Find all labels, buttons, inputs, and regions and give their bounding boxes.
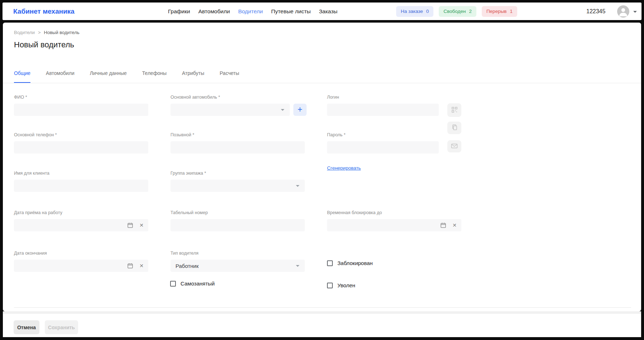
- copy-icon: [451, 124, 458, 132]
- calendar-icon[interactable]: [440, 222, 446, 228]
- status-badges: На заказе 0 Свободен 2 Перерыв 1: [396, 3, 517, 20]
- crew-group-label: Группа экипажа *: [170, 171, 305, 176]
- send-mail-button[interactable]: [447, 140, 461, 152]
- checkbox-icon: [327, 260, 333, 266]
- page-title: Новый водитель: [14, 40, 74, 49]
- tabs-divider: [3, 83, 641, 83]
- badge-on-order-label: На заказе: [401, 9, 423, 14]
- end-date-label: Дата окончания: [14, 251, 148, 256]
- qr-code-icon: [451, 107, 458, 114]
- driver-type-label: Тип водителя: [170, 251, 305, 256]
- nav-item-cars[interactable]: Автомобили: [198, 8, 230, 15]
- clear-icon[interactable]: ✕: [139, 263, 144, 268]
- driver-type-select[interactable]: Работник: [170, 260, 305, 272]
- tab-calculations[interactable]: Расчеты: [220, 70, 239, 83]
- crew-group-select[interactable]: [170, 180, 305, 192]
- field-crew-group: Группа экипажа *: [170, 171, 305, 192]
- tab-phones[interactable]: Телефоны: [142, 70, 167, 83]
- chevron-down-icon: [296, 265, 299, 267]
- tab-attributes[interactable]: Атрибуты: [182, 70, 204, 83]
- field-password: Пароль *: [327, 132, 439, 154]
- badge-on-order-count: 0: [426, 9, 429, 14]
- personnel-number-label: Табельный номер: [170, 210, 305, 215]
- chevron-down-icon[interactable]: [633, 11, 637, 13]
- tab-cars[interactable]: Автомобили: [46, 70, 75, 83]
- mail-icon: [451, 143, 458, 150]
- app-header: Кабинет механика Графики Автомобили Води…: [3, 3, 641, 20]
- content-card: Водители > Новый водитель Новый водитель…: [3, 23, 641, 311]
- callsign-label: Позывной *: [170, 132, 305, 137]
- checkbox-fired[interactable]: Уволен: [327, 282, 355, 288]
- field-callsign: Позывной *: [170, 132, 305, 154]
- login-input[interactable]: [327, 104, 439, 116]
- cancel-button[interactable]: Отмена: [14, 320, 39, 334]
- checkbox-fired-label: Уволен: [337, 282, 355, 288]
- main-phone-input[interactable]: [14, 141, 148, 154]
- nav-item-graphics[interactable]: Графики: [168, 8, 190, 15]
- app-title: Кабинет механика: [13, 8, 75, 15]
- field-fio: ФИО *: [14, 95, 148, 116]
- nav-item-waybills[interactable]: Путевые листы: [271, 8, 311, 15]
- client-name-input[interactable]: [14, 180, 148, 192]
- personnel-number-input[interactable]: [170, 219, 305, 231]
- password-input[interactable]: [327, 141, 439, 154]
- login-label: Логин: [327, 95, 439, 100]
- main-phone-label: Основной телефон *: [14, 132, 148, 137]
- temp-block-label: Временная блокировка до: [327, 210, 461, 215]
- generate-password-link[interactable]: Сгенерировать: [327, 165, 361, 171]
- checkbox-self-employed[interactable]: Самозанятый: [170, 280, 215, 287]
- badge-break-count: 1: [510, 9, 513, 14]
- checkbox-self-employed-label: Самозанятый: [181, 280, 215, 287]
- avatar[interactable]: [617, 5, 629, 18]
- qr-code-button[interactable]: [447, 103, 461, 117]
- hire-date-label: Дата приёма на работу: [14, 210, 148, 215]
- footer-gap: [3, 311, 641, 314]
- client-name-label: Имя для клиента: [14, 171, 148, 176]
- badge-free-count: 2: [469, 9, 472, 14]
- field-driver-type: Тип водителя Работник: [170, 251, 305, 272]
- user-id: 122345: [586, 8, 605, 15]
- fio-input[interactable]: [14, 104, 148, 116]
- chevron-down-icon: [281, 109, 284, 111]
- badge-on-order[interactable]: На заказе 0: [396, 6, 433, 17]
- breadcrumb-current: Новый водитель: [44, 30, 80, 35]
- save-button[interactable]: Сохранить: [45, 320, 78, 334]
- badge-break[interactable]: Перерыв 1: [482, 6, 517, 17]
- main-nav: Графики Автомобили Водители Путевые лист…: [168, 3, 337, 20]
- field-client-name: Имя для клиента: [14, 171, 148, 192]
- breadcrumb: Водители > Новый водитель: [14, 30, 80, 35]
- field-hire-date: Дата приёма на работу ✕: [14, 210, 148, 231]
- password-label: Пароль *: [327, 132, 439, 137]
- nav-item-orders[interactable]: Заказы: [319, 8, 337, 15]
- calendar-icon[interactable]: [127, 263, 133, 269]
- field-main-car: Основной автомобиль * +: [170, 95, 307, 116]
- add-car-button[interactable]: +: [293, 104, 307, 116]
- field-main-phone: Основной телефон *: [14, 132, 148, 154]
- plus-icon: +: [298, 105, 302, 114]
- chevron-down-icon: [296, 185, 299, 187]
- field-personnel-number: Табельный номер: [170, 210, 305, 231]
- main-car-select[interactable]: [170, 104, 290, 116]
- bottom-divider: [14, 307, 631, 308]
- checkbox-icon: [170, 281, 176, 287]
- tab-general[interactable]: Общие: [14, 70, 30, 83]
- breadcrumb-separator: >: [38, 30, 41, 35]
- copy-button[interactable]: [447, 122, 461, 134]
- badge-free-label: Свободен: [443, 9, 466, 14]
- checkbox-blocked[interactable]: Заблокирован: [327, 260, 373, 266]
- tab-personal-data[interactable]: Личные данные: [90, 70, 127, 83]
- field-login: Логин: [327, 95, 439, 116]
- nav-item-drivers[interactable]: Водители: [238, 8, 263, 15]
- user-icon: [617, 5, 629, 18]
- breadcrumb-drivers-link[interactable]: Водители: [14, 30, 35, 35]
- field-temp-block: Временная блокировка до ✕: [327, 210, 461, 231]
- checkbox-icon: [327, 283, 333, 288]
- footer-bar: Отмена Сохранить: [3, 314, 641, 337]
- checkbox-blocked-label: Заблокирован: [337, 260, 373, 266]
- clear-icon[interactable]: ✕: [452, 223, 457, 228]
- callsign-input[interactable]: [170, 141, 305, 154]
- badge-break-label: Перерыв: [486, 9, 507, 14]
- badge-free[interactable]: Свободен 2: [439, 6, 476, 17]
- clear-icon[interactable]: ✕: [139, 223, 144, 228]
- calendar-icon[interactable]: [127, 222, 133, 228]
